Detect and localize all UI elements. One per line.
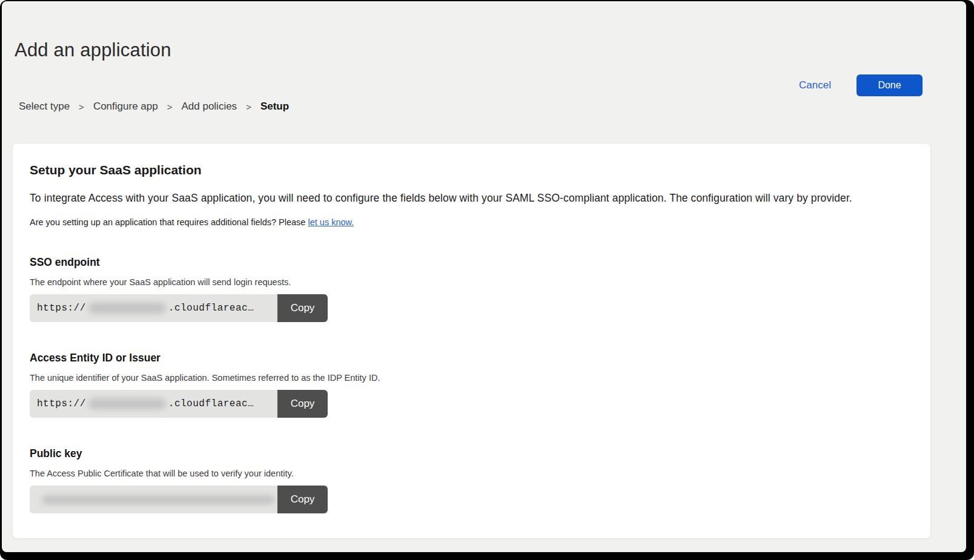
window-frame: Add an application Cancel Done Select ty… bbox=[0, 0, 974, 560]
card-note-text: Are you setting up an application that r… bbox=[30, 217, 305, 227]
access-entity-id-copybox: https:// .cloudflareac… Copy bbox=[30, 390, 328, 418]
field-description: The endpoint where your SaaS application… bbox=[30, 277, 913, 287]
done-button[interactable]: Done bbox=[856, 74, 923, 96]
field-sso-endpoint: SSO endpoint The endpoint where your Saa… bbox=[30, 256, 913, 322]
breadcrumb-item-setup: Setup bbox=[260, 100, 289, 113]
copy-button[interactable]: Copy bbox=[277, 390, 328, 418]
header-actions: Cancel Done bbox=[799, 74, 923, 96]
redacted-value bbox=[42, 495, 274, 504]
redacted-value bbox=[88, 303, 166, 314]
value-suffix: .cloudflareac… bbox=[168, 303, 254, 314]
breadcrumb: Select type > Configure app > Add polici… bbox=[19, 100, 966, 113]
page: Add an application Cancel Done Select ty… bbox=[2, 1, 966, 552]
card-heading: Setup your SaaS application bbox=[30, 163, 913, 177]
public-key-value bbox=[30, 486, 277, 513]
field-label: SSO endpoint bbox=[30, 256, 913, 269]
setup-card: Setup your SaaS application To integrate… bbox=[12, 143, 931, 539]
card-note: Are you setting up an application that r… bbox=[30, 217, 913, 227]
page-header: Add an application Cancel Done bbox=[2, 38, 966, 63]
cancel-button[interactable]: Cancel bbox=[799, 79, 831, 91]
breadcrumb-item-select-type[interactable]: Select type bbox=[19, 100, 70, 113]
field-label: Access Entity ID or Issuer bbox=[30, 352, 913, 364]
copy-button[interactable]: Copy bbox=[277, 486, 328, 513]
breadcrumb-separator: > bbox=[167, 102, 173, 112]
value-prefix: https:// bbox=[37, 303, 86, 314]
value-suffix: .cloudflareac… bbox=[168, 398, 254, 409]
breadcrumb-separator: > bbox=[246, 102, 251, 112]
field-public-key: Public key The Access Public Certificate… bbox=[30, 447, 913, 513]
public-key-copybox: Copy bbox=[30, 486, 328, 513]
breadcrumb-separator: > bbox=[79, 102, 84, 112]
breadcrumb-item-configure-app[interactable]: Configure app bbox=[93, 100, 158, 113]
copy-button[interactable]: Copy bbox=[277, 294, 328, 322]
sso-endpoint-value: https:// .cloudflareac… bbox=[30, 294, 277, 322]
field-access-entity-id: Access Entity ID or Issuer The unique id… bbox=[30, 352, 913, 418]
breadcrumb-item-add-policies[interactable]: Add policies bbox=[181, 100, 237, 113]
field-description: The Access Public Certificate that will … bbox=[30, 469, 913, 478]
field-description: The unique identifier of your SaaS appli… bbox=[30, 373, 913, 383]
let-us-know-link[interactable]: let us know. bbox=[308, 217, 354, 227]
field-label: Public key bbox=[30, 447, 913, 460]
value-prefix: https:// bbox=[37, 398, 86, 409]
redacted-value bbox=[88, 398, 166, 409]
card-intro: To integrate Access with your SaaS appli… bbox=[30, 192, 913, 205]
access-entity-id-value: https:// .cloudflareac… bbox=[30, 390, 277, 418]
page-title: Add an application bbox=[15, 38, 966, 63]
sso-endpoint-copybox: https:// .cloudflareac… Copy bbox=[30, 294, 328, 322]
